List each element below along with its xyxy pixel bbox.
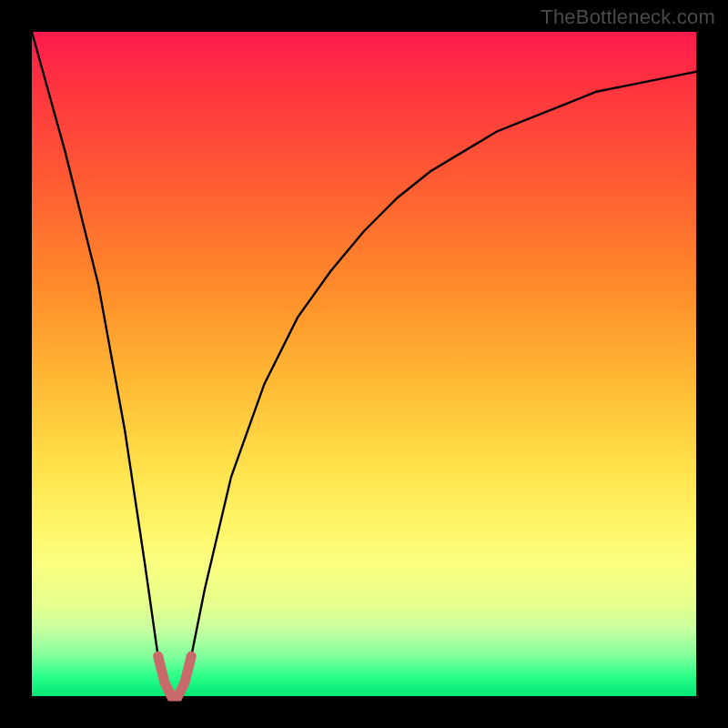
curve-layer xyxy=(32,32,696,696)
dip-marker xyxy=(158,656,192,696)
watermark-text: TheBottleneck.com xyxy=(541,5,715,29)
chart-frame: TheBottleneck.com xyxy=(0,0,728,728)
plot-area xyxy=(32,32,696,696)
bottleneck-curve xyxy=(32,32,696,696)
